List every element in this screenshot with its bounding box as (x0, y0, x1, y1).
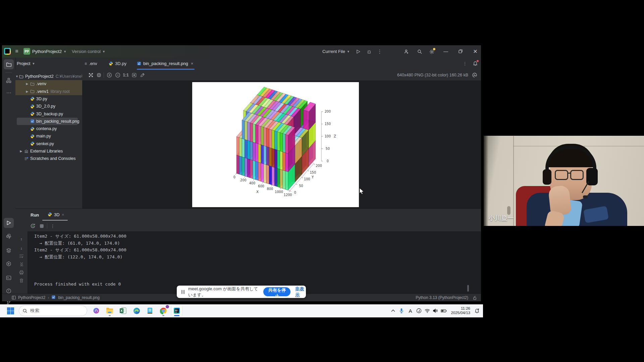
ai-assistant-icon[interactable] (471, 71, 478, 79)
svg-text:400: 400 (249, 181, 256, 185)
edge-icon[interactable] (131, 305, 142, 316)
volume-icon[interactable] (431, 305, 439, 316)
copilot-icon[interactable] (91, 305, 102, 316)
run-tab-close-icon[interactable]: × (62, 212, 64, 217)
run-console[interactable]: ↑ ↓ Item2 - サイズ: 61.000x58.000x74.000 → … (15, 231, 481, 294)
tree-chevron-icon[interactable]: ▶ (25, 90, 30, 93)
scroll-down-icon[interactable]: ↓ (18, 244, 25, 252)
add-user-icon[interactable] (402, 48, 411, 56)
print-icon[interactable] (18, 269, 25, 276)
tree-chevron-icon[interactable]: ▼ (15, 75, 18, 78)
tray-chevron-up-icon[interactable] (389, 305, 397, 316)
stop-sharing-button[interactable]: 共有を停止 (263, 287, 290, 296)
zoom-actual-size[interactable]: 1:1 (122, 71, 130, 79)
chrome-profile-badge (166, 305, 169, 308)
zoom-in-icon[interactable] (106, 71, 113, 79)
tool-windows-toggle-icon[interactable] (11, 295, 17, 301)
tree-item-3d-py[interactable]: 3D.py (15, 95, 82, 103)
settings-gear-icon[interactable] (428, 48, 436, 56)
tab-options-icon[interactable]: ⋮ (461, 60, 469, 67)
run-button[interactable] (354, 48, 362, 56)
tree-item-senkei-py[interactable]: senkei.py (15, 140, 82, 147)
services-layers-icon[interactable] (5, 246, 13, 254)
main-menu-hamburger-icon[interactable]: ≡ (13, 47, 21, 55)
scroll-up-icon[interactable]: ↑ (18, 235, 25, 243)
editor-tab--env[interactable]: ≡.env (85, 58, 106, 69)
tree-item-main-py[interactable]: main.py (15, 132, 82, 140)
stop-icon[interactable] (38, 222, 46, 230)
project-panel-header[interactable]: Project ▼ (17, 58, 35, 69)
color-picker-icon[interactable] (139, 71, 146, 79)
structure-icon[interactable] (5, 76, 13, 84)
editor-tab-3D-py[interactable]: 3D.py (109, 58, 134, 69)
glasses-bridge (568, 173, 571, 174)
run-more-icon[interactable]: ⋮ (49, 222, 56, 230)
tree-item-pythonproject2[interactable]: ▼PythonProject2C:¥Users¥one¥ (15, 73, 82, 80)
wifi-icon[interactable] (423, 305, 431, 316)
zoom-out-icon[interactable] (114, 71, 121, 79)
scroll-to-end-icon[interactable] (18, 260, 25, 267)
notepad-icon[interactable] (144, 305, 156, 316)
run-config-selector[interactable]: Current File ▼ (322, 45, 350, 58)
console-vscrollbar[interactable] (467, 285, 469, 292)
tree-item-contena-py[interactable]: contena.py (15, 125, 82, 132)
tree-item-3d-backup-py[interactable]: 3D_backup.py (15, 110, 82, 118)
notifications-bell-icon[interactable] (472, 60, 479, 67)
version-control-widget[interactable]: Version control ▼ (72, 45, 105, 58)
breadcrumb[interactable]: PythonProject2 › bin_packing_result.png (18, 294, 100, 301)
terminal-icon[interactable] (5, 274, 13, 282)
tab-close-icon[interactable]: × (191, 61, 194, 66)
image-border-icon[interactable] (95, 71, 103, 79)
more-actions-icon[interactable]: ⋮ (376, 48, 384, 56)
chrome-icon[interactable] (158, 305, 169, 316)
editor-tab-bin-packing-result-png[interactable]: bin_packing_result.png× (137, 58, 195, 69)
tree-item-scratches-and-consoles[interactable]: Scratches and Consoles (15, 155, 82, 162)
taskbar-search[interactable]: 検索 (19, 305, 87, 316)
tree-chevron-icon[interactable]: ▶ (25, 82, 30, 85)
clear-trash-icon[interactable] (18, 277, 25, 284)
interpreter-widget[interactable]: Python 3.13 (PythonProject2) (416, 294, 468, 301)
notification-bell-dnd-icon[interactable] (472, 305, 482, 316)
more-tools-icon[interactable]: ⋯ (5, 89, 13, 97)
breadcrumb-file[interactable]: bin_packing_result.png (58, 295, 99, 300)
tray-app-circle-icon[interactable] (415, 305, 423, 316)
clock-widget[interactable]: 11:26 2025/04/13 (451, 306, 470, 315)
tree-item-3d-2-0-py[interactable]: 3D_2.0.py (15, 103, 82, 110)
soft-wrap-icon[interactable] (18, 252, 25, 260)
restore-button[interactable] (455, 47, 466, 56)
close-button[interactable]: ✕ (470, 47, 480, 56)
minimize-button[interactable]: — (441, 47, 451, 56)
python-console-icon[interactable] (5, 232, 13, 240)
hide-link[interactable]: 非表示 (295, 286, 306, 298)
unlocked-padlock-icon[interactable] (472, 295, 478, 301)
tree-item--venv1[interactable]: ▶.venv1library root (15, 88, 82, 95)
rerun-icon[interactable] (29, 222, 37, 230)
run-tab[interactable]: 3D × (48, 209, 64, 221)
svg-text:0: 0 (294, 191, 296, 194)
project-widget[interactable]: PythonProject2 ▼ (32, 45, 66, 58)
ime-mode-indicator[interactable]: A (406, 305, 415, 316)
breadcrumb-project[interactable]: PythonProject2 (18, 295, 45, 300)
file-explorer-icon[interactable] (104, 305, 115, 316)
microphone-icon[interactable] (397, 305, 406, 316)
excel-icon[interactable] (117, 305, 129, 316)
run-tool-icon[interactable] (5, 219, 13, 227)
tree-item-external-libraries[interactable]: ▶External Libraries (15, 147, 82, 155)
system-tray: A 11:26 2025/04/13 (389, 305, 483, 316)
project-folder-icon[interactable] (5, 60, 13, 68)
svg-text:1200: 1200 (284, 193, 292, 197)
pycharm-taskbar-icon[interactable]: PC (171, 305, 182, 316)
transparency-grid-icon[interactable] (87, 71, 95, 79)
start-button[interactable] (5, 305, 16, 316)
tab-label: 3D.py (115, 61, 126, 66)
battery-icon[interactable] (439, 305, 448, 316)
debug-button[interactable] (365, 48, 373, 56)
tree-item--venv[interactable]: ▶.venv (15, 80, 82, 87)
search-everywhere-icon[interactable] (416, 48, 424, 56)
packages-hexagon-icon[interactable] (5, 260, 13, 268)
run-panel-title[interactable]: Run (31, 209, 39, 221)
tree-chevron-icon[interactable]: ▶ (19, 149, 23, 153)
fit-to-window-icon[interactable] (130, 71, 138, 79)
tree-item-bin-packing-result-png[interactable]: bin_packing_result.png (15, 118, 82, 125)
participant-name-label: 小川慶一 (488, 214, 514, 223)
